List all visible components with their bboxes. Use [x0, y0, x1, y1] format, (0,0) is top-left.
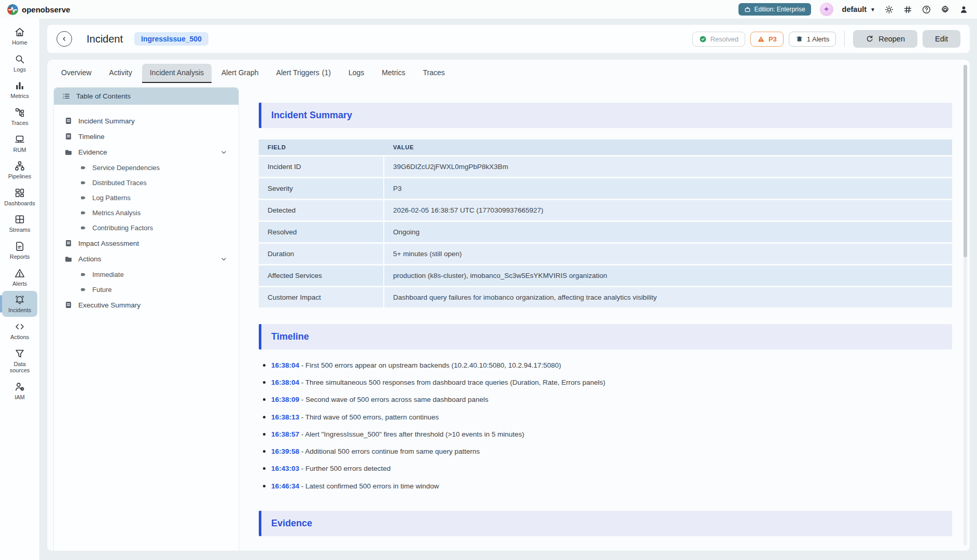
tab-alert-graph[interactable]: Alert Graph: [214, 64, 267, 83]
severity-chip: P3: [750, 32, 784, 47]
toc-item-executive-summary[interactable]: Executive Summary: [59, 297, 233, 313]
tab-logs[interactable]: Logs: [341, 64, 372, 83]
tab-label: Logs: [348, 68, 364, 77]
sidebar-item-logs[interactable]: Logs: [2, 50, 37, 76]
edit-button[interactable]: Edit: [923, 30, 960, 48]
timeline-event: 16:46:34 - Latest confirmed 500 errors i…: [263, 482, 952, 491]
timeline-event-text: Further 500 errors detected: [305, 465, 390, 472]
settings-gear-icon[interactable]: [940, 5, 950, 15]
timeline-event-time: 16:38:04: [271, 379, 299, 386]
warning-triangle-icon: [757, 35, 765, 43]
reopen-button[interactable]: Reopen: [853, 30, 917, 48]
sidebar-item-rum[interactable]: RUM: [2, 131, 37, 157]
tag-icon: [80, 286, 87, 293]
value-cell: Dashboard query failures for imobanco or…: [384, 287, 952, 307]
sidebar-item-data-sources[interactable]: Data sources: [2, 345, 37, 377]
sidebar-item-reports[interactable]: Reports: [2, 237, 37, 263]
table-of-contents-panel: Table of Contents Incident SummaryTimeli…: [53, 87, 239, 551]
check-circle-icon: [699, 35, 707, 43]
toc-item-label: Metrics Analysis: [92, 209, 141, 217]
briefcase-icon: [744, 6, 751, 13]
incident-header-actions: Resolved P3 1 Alerts Reopen: [692, 30, 960, 48]
chevron-down-icon[interactable]: [219, 255, 228, 263]
user-icon[interactable]: [959, 5, 969, 15]
field-cell: Resolved: [259, 222, 384, 242]
brand-logo[interactable]: openobserve: [7, 4, 70, 15]
sidebar-item-alerts[interactable]: Alerts: [2, 264, 37, 290]
sidebar-item-streams[interactable]: Streams: [2, 211, 37, 236]
toc-item-impact-assessment[interactable]: Impact Assessment: [59, 235, 233, 251]
toc-item-log-patterns[interactable]: Log Patterns: [59, 190, 233, 205]
toc-item-metrics-analysis[interactable]: Metrics Analysis: [59, 205, 233, 220]
timeline-event-time: 16:43:03: [271, 465, 299, 472]
timeline-event: 16:38:09 - Second wave of 500 errors acr…: [263, 395, 952, 404]
section-heading-incident-summary: Incident Summary: [259, 103, 952, 128]
summary-table-row: Affected Servicesproduction (k8s-cluster…: [259, 265, 952, 286]
toc-item-immediate[interactable]: Immediate: [59, 267, 233, 282]
timeline-list: 16:38:04 - First 500 errors appear on up…: [263, 361, 952, 491]
tab-label: Metrics: [382, 68, 405, 77]
divider: [844, 31, 845, 47]
back-button[interactable]: [57, 31, 72, 47]
org-selector[interactable]: default ▼: [842, 5, 875, 13]
toc-item-label: Actions: [78, 255, 101, 263]
timeline-event: 16:38:04 - Three simultaneous 500 respon…: [263, 378, 952, 387]
toc-item-actions[interactable]: Actions: [59, 251, 233, 267]
section-heading-timeline: Timeline: [259, 324, 952, 349]
tag-icon: [80, 271, 87, 278]
alert-triangle-icon: [14, 268, 25, 279]
field-cell: Incident ID: [259, 157, 384, 177]
toc-item-label: Service Dependencies: [92, 164, 160, 172]
streams-grid-icon: [14, 214, 25, 225]
sidebar-item-metrics[interactable]: Metrics: [2, 77, 37, 103]
toc-item-service-dependencies[interactable]: Service Dependencies: [59, 160, 233, 175]
sidebar-item-traces[interactable]: Traces: [2, 104, 37, 130]
scrollbar-thumb[interactable]: [964, 65, 967, 257]
brand-name: openobserve: [22, 5, 70, 14]
summary-table-row: Detected2026-02-05 16:38:57 UTC (1770309…: [259, 200, 952, 220]
bar-chart-icon: [14, 80, 25, 91]
sidebar: HomeLogsMetricsTracesRUMPipelinesDashboa…: [0, 19, 40, 560]
tab-traces[interactable]: Traces: [415, 64, 452, 83]
chevron-down-icon[interactable]: [219, 148, 228, 157]
tab-overview[interactable]: Overview: [53, 64, 99, 83]
analysis-body: Table of Contents Incident SummaryTimeli…: [47, 83, 970, 551]
toc-item-distributed-traces[interactable]: Distributed Traces: [59, 175, 233, 190]
app-screen: openobserve Edition: Enterprise ✦ defaul…: [0, 0, 977, 560]
sidebar-item-pipelines[interactable]: Pipelines: [2, 157, 37, 183]
alerts-chip[interactable]: 1 Alerts: [789, 32, 836, 47]
value-cell: P3: [384, 178, 952, 199]
ai-assistant-button[interactable]: ✦: [820, 3, 833, 16]
tab-metrics[interactable]: Metrics: [374, 64, 413, 83]
sidebar-item-actions[interactable]: Actions: [2, 318, 37, 344]
toc-header: Table of Contents: [54, 88, 239, 105]
sidebar-item-home[interactable]: Home: [2, 23, 37, 49]
tag-icon: [80, 225, 87, 231]
sidebar-item-iam[interactable]: IAM: [2, 378, 37, 404]
tag-icon: [80, 179, 87, 186]
toc-item-timeline[interactable]: Timeline: [59, 129, 233, 144]
summary-table-row: Duration5+ minutes (still open): [259, 244, 952, 264]
toc-item-future[interactable]: Future: [59, 282, 233, 297]
main-region: Incident IngressIssue_500 Resolved P3 1 …: [40, 19, 977, 560]
code-brackets-icon: [14, 321, 25, 332]
toc-item-label: Immediate: [92, 271, 124, 278]
tab-incident-analysis[interactable]: Incident Analysis: [142, 64, 212, 83]
sidebar-item-incidents[interactable]: Incidents: [2, 291, 37, 317]
alarm-bell-icon: [795, 35, 803, 43]
timeline-event-text: Three simultaneous 500 responses from da…: [305, 379, 606, 386]
tab-alert-triggers[interactable]: Alert Triggers(1): [269, 64, 339, 83]
sidebar-item-dashboards[interactable]: Dashboards: [2, 184, 37, 210]
help-icon[interactable]: [922, 5, 931, 15]
section-heading-evidence: Evidence: [259, 511, 952, 536]
slack-icon[interactable]: [903, 5, 913, 15]
timeline-event: 16:38:13 - Third wave of 500 errors, pat…: [263, 413, 952, 422]
timeline-event-time: 16:38:57: [271, 430, 299, 438]
toc-item-contributing-factors[interactable]: Contributing Factors: [59, 220, 233, 235]
theme-sun-icon[interactable]: [884, 5, 894, 15]
toc-item-evidence[interactable]: Evidence: [59, 144, 233, 160]
tab-activity[interactable]: Activity: [101, 64, 139, 83]
chevron-down-icon: ▼: [870, 7, 875, 12]
edition-badge: Edition: Enterprise: [738, 3, 811, 16]
toc-item-incident-summary[interactable]: Incident Summary: [59, 113, 233, 129]
